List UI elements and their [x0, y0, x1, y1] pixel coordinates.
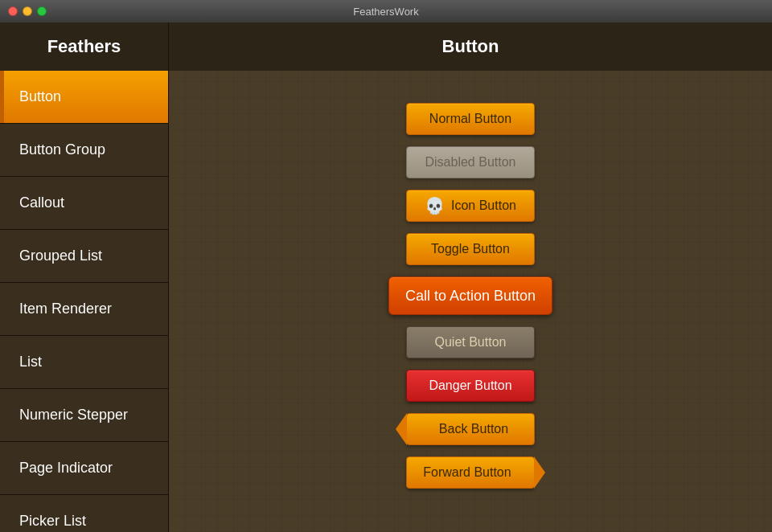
sidebar-item-numeric-stepper[interactable]: Numeric Stepper: [0, 389, 168, 442]
app-body: Button Button Group Callout Grouped List…: [0, 71, 772, 532]
sidebar-item-button[interactable]: Button: [0, 71, 168, 124]
disabled-button: Disabled Button: [406, 146, 535, 178]
back-button[interactable]: Back Button: [406, 413, 535, 445]
main-content: Normal Button Disabled Button 💀 Icon But…: [169, 71, 772, 532]
forward-button[interactable]: Forward Button: [406, 456, 535, 489]
skull-icon: 💀: [425, 196, 445, 215]
maximize-button[interactable]: [37, 6, 47, 16]
quiet-button[interactable]: Quiet Button: [406, 326, 535, 358]
header-left: Feathers: [0, 23, 169, 71]
window-controls: [8, 6, 47, 16]
normal-button[interactable]: Normal Button: [406, 103, 535, 135]
header-right: Button: [169, 23, 772, 71]
sidebar-item-list[interactable]: List: [0, 336, 168, 389]
sidebar-item-page-indicator[interactable]: Page Indicator: [0, 442, 168, 495]
danger-button[interactable]: Danger Button: [406, 370, 535, 402]
toggle-button[interactable]: Toggle Button: [406, 233, 535, 265]
cta-button[interactable]: Call to Action Button: [388, 276, 552, 315]
sidebar-item-item-renderer[interactable]: Item Renderer: [0, 283, 168, 336]
app-title: Feathers: [47, 36, 121, 57]
title-bar: FeathersWork: [0, 0, 772, 23]
app-header: Feathers Button: [0, 23, 772, 71]
app-container: Feathers Button Button Button Group Call…: [0, 23, 772, 532]
sidebar-item-picker-list[interactable]: Picker List: [0, 495, 168, 532]
sidebar-item-grouped-list[interactable]: Grouped List: [0, 230, 168, 283]
section-title: Button: [442, 36, 499, 57]
close-button[interactable]: [8, 6, 18, 16]
sidebar-item-callout[interactable]: Callout: [0, 177, 168, 230]
minimize-button[interactable]: [23, 6, 32, 16]
buttons-column: Normal Button Disabled Button 💀 Icon But…: [388, 103, 552, 489]
sidebar: Button Button Group Callout Grouped List…: [0, 71, 169, 532]
window-title: FeathersWork: [353, 6, 418, 18]
sidebar-item-button-group[interactable]: Button Group: [0, 124, 168, 177]
icon-button[interactable]: 💀 Icon Button: [406, 190, 535, 222]
